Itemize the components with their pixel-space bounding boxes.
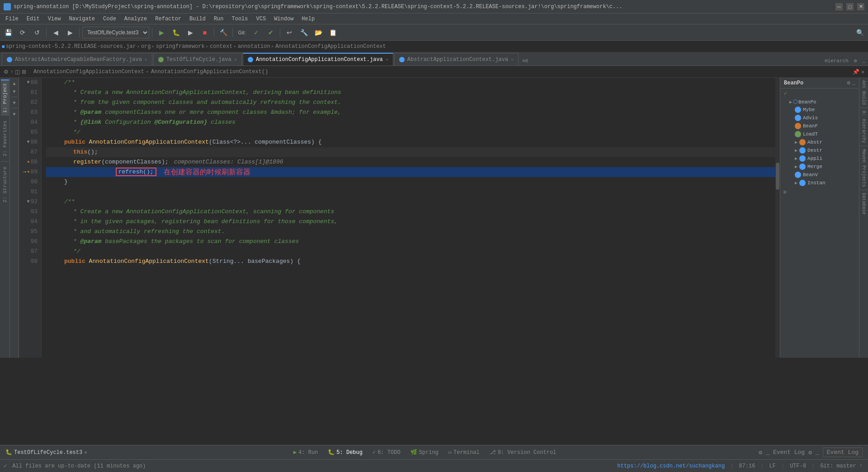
tree-instan[interactable]: ▶ Instan (793, 179, 859, 187)
more-tabs-button[interactable]: ≡6 (519, 56, 531, 65)
stop-button[interactable]: ■ (198, 26, 211, 39)
bc-context[interactable]: context (210, 43, 232, 50)
bc-org[interactable]: org (141, 43, 151, 50)
breadcrumb-structure-button[interactable]: ◫ (15, 69, 20, 75)
scrollbar-thumb[interactable] (776, 163, 779, 190)
tree-advis[interactable]: Advis (793, 114, 859, 122)
panel-settings-button[interactable]: ⚙ (851, 56, 860, 65)
menu-file[interactable]: File (2, 15, 22, 23)
vcs2-button[interactable]: 📋 (326, 26, 339, 39)
sync-button[interactable]: ⟳ (16, 26, 29, 39)
hierarchy-tab[interactable]: 8: Hierarchy (860, 108, 868, 146)
event-log-settings-2[interactable]: ⚙ (808, 449, 812, 456)
vcs-button[interactable]: 📂 (312, 26, 325, 39)
git-button[interactable]: Git: (236, 26, 248, 39)
right-panel-settings[interactable]: ⚙ (847, 79, 850, 86)
menu-code[interactable]: Code (99, 15, 120, 23)
right-panel-minimize[interactable]: _ (852, 79, 855, 86)
menu-run[interactable]: Run (210, 15, 227, 23)
method-bc-method[interactable]: AnnotationConfigApplicationContext() (151, 69, 268, 75)
panel-minimize-button[interactable]: _ (859, 56, 868, 65)
fold-86[interactable]: ▼ (27, 137, 29, 147)
bc-jar[interactable]: spring-context-5.2.2.RELEASE-sources.jar (6, 43, 136, 50)
tab-abstract-application-close[interactable]: ✕ (511, 57, 514, 62)
tool-btn-3[interactable]: ▼ (11, 110, 18, 117)
terminal-tab[interactable]: ▭ Terminal (444, 446, 484, 459)
tree-abstr[interactable]: ▶ Abstr (793, 138, 859, 146)
fold-92[interactable]: ▼ (27, 197, 29, 207)
menu-analyze[interactable]: Analyze (121, 15, 151, 23)
method-bc-class[interactable]: AnnotationConfigApplicationContext (33, 69, 144, 75)
event-log-minimize-2[interactable]: _ (816, 449, 819, 456)
bc-springframework[interactable]: springframework (156, 43, 205, 50)
git-check-button[interactable]: ✓ (250, 26, 263, 39)
breadcrumb-expand-button[interactable]: ⊞ (22, 69, 26, 75)
breadcrumb-pin-button[interactable]: 📌 (853, 69, 859, 75)
menu-edit[interactable]: Edit (23, 15, 43, 23)
menu-vcs[interactable]: VCS (253, 15, 270, 23)
debug-button[interactable]: 🐛 (170, 26, 182, 39)
close-button[interactable]: ✕ (857, 3, 864, 10)
breadcrumb-up-button[interactable]: ↑ (10, 69, 13, 75)
menu-navigate[interactable]: Navigate (65, 15, 99, 23)
minimize-button[interactable]: ─ (835, 3, 843, 10)
menu-tools[interactable]: Tools (228, 15, 252, 23)
tree-beanf[interactable]: BeanF (793, 122, 859, 130)
refresh-button[interactable]: ↺ (31, 26, 43, 39)
ant-build-tab[interactable]: Ant Build (860, 78, 868, 108)
spring-tab[interactable]: 🌿 Spring (406, 446, 443, 459)
bc-annotation[interactable]: annotation (238, 43, 270, 50)
tab-annotation-config-close[interactable]: ✕ (386, 57, 388, 62)
fold-80[interactable]: ▼ (27, 78, 29, 88)
breadcrumb-settings-button[interactable]: ⚙ (4, 69, 9, 75)
menu-help[interactable]: Help (298, 15, 318, 23)
menu-refactor[interactable]: Refactor (151, 15, 185, 23)
git-tick-button[interactable]: ✔ (264, 26, 277, 39)
tab-abstract-autowire[interactable]: AbstractAutowireCapableBeanFactory.java … (2, 53, 152, 65)
event-log-button[interactable]: Event Log (823, 448, 863, 457)
settings-button[interactable]: 🔧 (297, 26, 310, 39)
tab-abstract-autowire-close[interactable]: ✕ (145, 57, 147, 62)
breadcrumb-expand-right-button[interactable]: » (861, 69, 864, 75)
todo-tab[interactable]: ✓ 6: TODO (368, 446, 405, 459)
vertical-scrollbar[interactable] (775, 78, 780, 358)
tree-loadt[interactable]: LoadT (793, 130, 859, 138)
menu-window[interactable]: Window (270, 15, 297, 23)
project-panel-tab[interactable]: 1: Project (1, 79, 9, 116)
bc-class[interactable]: AnnotationConfigApplicationContext (275, 43, 386, 50)
project-tree-toggle[interactable]: ▼ (11, 88, 18, 95)
maximize-button[interactable]: □ (846, 3, 854, 10)
structure-toggle-button[interactable]: ▼ (11, 99, 18, 106)
coverage-button[interactable]: ▶ (184, 26, 197, 39)
run-config-dropdown[interactable]: TestOfLifeCycle.test3 (82, 27, 149, 38)
favorites-panel-tab[interactable]: 2: Favorites (1, 118, 9, 159)
version-control-tab[interactable]: ⎇ 9: Version Control (485, 446, 561, 459)
tree-root-item[interactable]: ▶ ⬡ BeanPo (788, 98, 859, 106)
debug-session-close[interactable]: ✕ (84, 449, 87, 455)
tab-abstract-application[interactable]: AbstractApplicationContext.java ✕ (394, 53, 519, 65)
structure-panel-tab[interactable]: Z: Structure (1, 164, 9, 205)
menu-view[interactable]: View (44, 15, 65, 23)
tree-destr[interactable]: ▶ Destr (793, 146, 859, 154)
database-tab[interactable]: Database (860, 190, 868, 217)
tree-merge[interactable]: ▶ Merge (793, 163, 859, 171)
tree-mybe[interactable]: Mybe (793, 106, 859, 114)
tab-test-lifecycle-close[interactable]: ✕ (234, 57, 237, 62)
menu-build[interactable]: Build (186, 15, 209, 23)
save-button[interactable]: 💾 (2, 26, 14, 39)
event-log-minimize[interactable]: _ (766, 449, 769, 456)
tab-test-lifecycle[interactable]: TestOfLifeCycle.java ✕ (153, 53, 242, 65)
run-tab[interactable]: ▶ 4: Run (289, 446, 322, 459)
debug-tab[interactable]: 🐛 5: Debug (323, 446, 367, 459)
project-collapse-button[interactable]: ▲ (11, 79, 18, 87)
forward-button[interactable]: ▶ (64, 26, 76, 39)
event-log-settings[interactable]: ⚙ (759, 449, 762, 456)
tree-appli[interactable]: ▶ Appli (793, 154, 859, 163)
tree-beanv[interactable]: BeanV (793, 171, 859, 179)
build-button[interactable]: 🔨 (217, 26, 230, 39)
undo-button[interactable]: ↩ (283, 26, 296, 39)
tab-annotation-config[interactable]: AnnotationConfigApplicationContext.java … (243, 53, 393, 65)
maven-projects-tab[interactable]: Maven Projects (860, 146, 868, 190)
back-button[interactable]: ◀ (49, 26, 62, 39)
code-lines[interactable]: /** * Create a new AnnotationConfigAppli… (42, 78, 780, 358)
